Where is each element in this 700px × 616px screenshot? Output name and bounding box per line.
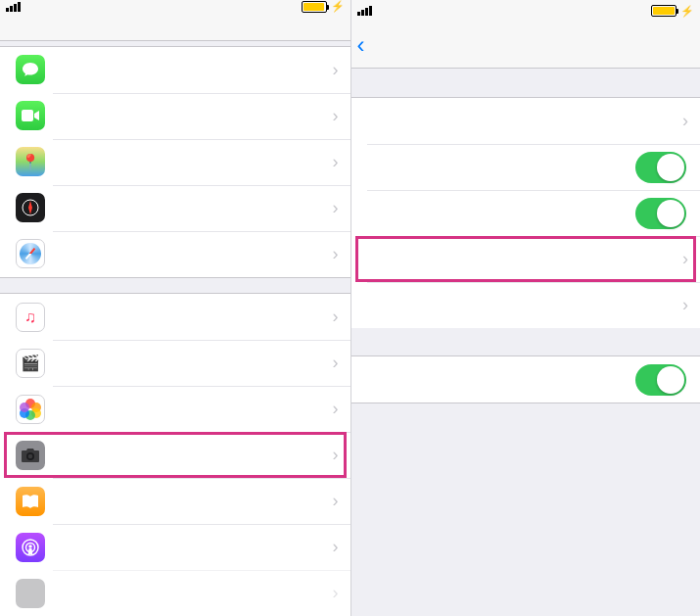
camera-settings-list: › › › [351, 98, 701, 328]
hdr-section-header [351, 328, 701, 356]
battery-icon [651, 5, 677, 17]
hdr-section-footer [351, 403, 701, 431]
row-ibooks[interactable]: › [0, 478, 350, 524]
svg-rect-0 [22, 110, 33, 121]
chevron-left-icon: ‹ [357, 33, 365, 57]
screen-settings: ⚡ › › 📍 › [0, 0, 350, 616]
signal-icon [6, 2, 21, 12]
settings-list-group-2: ♫ › 🎬 › › › › [0, 294, 350, 616]
safari-icon [16, 239, 45, 268]
chevron-right-icon: › [333, 60, 339, 80]
row-music[interactable]: ♫ › [0, 294, 350, 340]
row-safari[interactable]: › [0, 231, 350, 277]
row-maps[interactable]: 📍 › [0, 139, 350, 185]
nav-bar [0, 13, 350, 41]
photos-icon [16, 395, 45, 424]
section-separator [0, 277, 350, 294]
row-record-slomo[interactable]: › [351, 282, 701, 328]
status-bar: ⚡ [0, 0, 350, 13]
chevron-right-icon: › [333, 106, 339, 126]
podcasts-icon [16, 533, 45, 562]
svg-point-6 [28, 545, 32, 548]
scan-qr-toggle[interactable] [635, 198, 686, 229]
chevron-right-icon: › [333, 307, 339, 327]
settings-list-group-1: › › 📍 › › › [0, 47, 350, 277]
chevron-right-icon: › [333, 198, 339, 218]
row-photos[interactable]: › [0, 386, 350, 432]
row-scan-qr[interactable] [351, 190, 701, 236]
chevron-right-icon: › [682, 295, 688, 315]
row-record-video[interactable]: › [351, 236, 701, 282]
compass-icon [16, 193, 45, 222]
battery-icon [302, 1, 327, 13]
facetime-icon [16, 101, 45, 130]
keep-normal-toggle[interactable] [635, 364, 686, 396]
hdr-list [351, 356, 701, 403]
section-separator [351, 69, 701, 98]
row-messages[interactable]: › [0, 47, 350, 93]
row-compass[interactable]: › [0, 185, 350, 231]
chevron-right-icon: › [333, 537, 339, 557]
row-facetime[interactable]: › [0, 93, 350, 139]
status-bar: ⚡ [351, 0, 701, 22]
row-podcasts[interactable]: › [0, 524, 350, 570]
chevron-right-icon: › [333, 152, 339, 172]
chevron-right-icon: › [333, 445, 339, 465]
chevron-right-icon: › [333, 353, 339, 373]
chevron-right-icon: › [333, 399, 339, 419]
back-button[interactable]: ‹ [357, 22, 367, 68]
grid-toggle[interactable] [635, 152, 686, 183]
itunesu-icon [16, 579, 45, 608]
screen-camera-settings: ⚡ ‹ › › › [350, 0, 701, 616]
nav-bar: ‹ [351, 22, 701, 69]
row-keep-normal-photo[interactable] [351, 356, 701, 403]
music-icon: ♫ [16, 303, 45, 332]
row-grid[interactable] [351, 144, 701, 190]
chevron-right-icon: › [682, 249, 688, 269]
svg-point-3 [28, 453, 33, 458]
messages-icon [16, 55, 45, 84]
chevron-right-icon: › [333, 491, 339, 511]
camera-icon [16, 441, 45, 470]
charging-icon: ⚡ [680, 5, 694, 18]
charging-icon: ⚡ [331, 0, 345, 13]
row-itunesu[interactable]: › [0, 570, 350, 616]
chevron-right-icon: › [333, 583, 339, 603]
row-videos[interactable]: 🎬 › [0, 340, 350, 386]
ibooks-icon [16, 487, 45, 516]
videos-icon: 🎬 [16, 349, 45, 378]
chevron-right-icon: › [333, 244, 339, 264]
chevron-right-icon: › [682, 111, 688, 131]
signal-icon [357, 6, 372, 16]
maps-icon: 📍 [16, 147, 45, 176]
row-preserve-settings[interactable]: › [351, 98, 701, 144]
row-camera[interactable]: › [0, 432, 350, 478]
